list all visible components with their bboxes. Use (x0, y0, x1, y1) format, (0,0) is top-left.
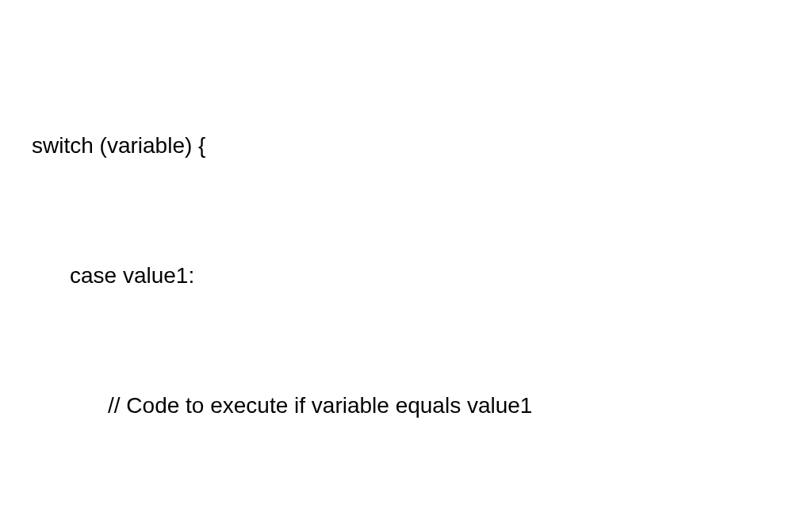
code-line-case1: case value1: (32, 254, 780, 298)
code-line-switch: switch (variable) { (32, 124, 780, 168)
code-line-comment1: // Code to execute if variable equals va… (32, 384, 780, 428)
code-snippet: switch (variable) { case value1: // Code… (32, 38, 780, 508)
